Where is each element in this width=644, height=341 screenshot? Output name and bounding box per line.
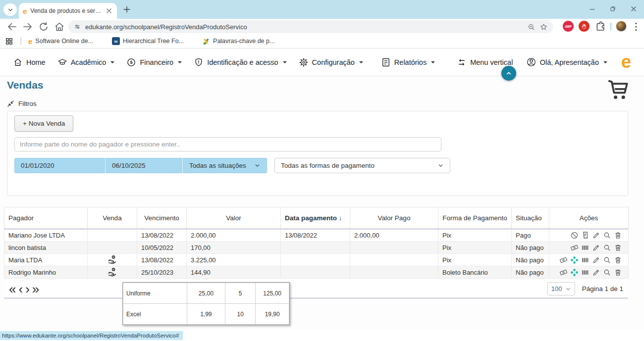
magnifier-icon[interactable] — [603, 244, 611, 252]
bookmark-palavras-chave[interactable]: Palavras-chave de p... — [203, 38, 274, 45]
pix-icon[interactable] — [570, 268, 579, 277]
magnifier-icon[interactable] — [603, 256, 611, 264]
browser-home-icon[interactable] — [54, 21, 65, 33]
bookmark-label: Software Online de... — [35, 38, 93, 45]
delete-icon[interactable] — [614, 244, 622, 252]
filters-toggle[interactable]: Filtros — [7, 100, 37, 107]
bookmark-star-icon[interactable] — [539, 23, 548, 31]
item-price: 25,00 — [187, 283, 225, 304]
header-data-pagamento[interactable]: Data pagamento ↓ — [281, 207, 350, 229]
nav-item-relatorios[interactable]: Relatórios — [381, 57, 435, 67]
barcode-icon[interactable] — [581, 244, 590, 252]
payer-search-input[interactable] — [14, 137, 441, 151]
cell-vencimento: 13/08/2022 — [137, 254, 187, 266]
header-vencimento[interactable]: Vencimento — [137, 207, 187, 229]
next-page-button[interactable]: › — [25, 284, 30, 294]
nav-item-identificacao[interactable]: Identificação e acesso — [194, 57, 286, 67]
ban-icon[interactable] — [570, 231, 579, 240]
google-ads-favicon — [203, 38, 210, 45]
situation-select[interactable]: Todas as situações — [183, 158, 267, 173]
header-forma-pagamento[interactable]: Forma de Pagamento — [438, 207, 512, 229]
delete-icon[interactable] — [614, 256, 622, 264]
edit-icon[interactable] — [592, 256, 600, 264]
edit-icon[interactable] — [592, 268, 600, 277]
gear-icon — [299, 57, 309, 67]
header-situacao[interactable]: Situação — [512, 207, 549, 229]
page-size-select[interactable]: 100 — [547, 282, 575, 295]
banknote-icon[interactable] — [559, 256, 568, 264]
maximize-button[interactable] — [602, 0, 623, 18]
header-valor-pago[interactable]: Valor Pago — [350, 207, 438, 229]
scroll-top-button[interactable] — [501, 66, 516, 81]
nav-item-home[interactable]: Home — [13, 57, 46, 67]
bookmark-label: Palavras-chave de p... — [213, 38, 274, 45]
edukante-favicon: e — [28, 38, 32, 45]
previous-page-button[interactable]: ‹ — [18, 284, 23, 294]
browser-menu-icon[interactable] — [630, 21, 642, 33]
shopping-cart-icon[interactable] — [605, 77, 630, 102]
minimize-button[interactable] — [582, 0, 602, 18]
forward-icon[interactable] — [22, 21, 34, 33]
barcode-icon[interactable] — [581, 256, 590, 264]
chevron-down-icon — [431, 61, 435, 63]
last-page-button[interactable]: » — [32, 284, 39, 294]
nav-item-menu-vertical[interactable]: Menu vertical — [457, 57, 513, 67]
cell-forma-pagamento: Pix — [438, 254, 512, 266]
cell-forma-pagamento: Pix — [438, 229, 512, 242]
tab-close-icon[interactable] — [105, 7, 113, 15]
tab-search-button[interactable] — [3, 3, 17, 16]
cell-valor-pago — [350, 242, 438, 254]
zoom-icon[interactable] — [527, 23, 536, 31]
chevron-up-icon — [505, 69, 513, 77]
receipt-icon[interactable] — [581, 231, 590, 240]
browser-tab[interactable]: e Venda de produtos e serviços — [19, 3, 117, 19]
new-sale-button[interactable]: + Nova Venda — [14, 115, 73, 132]
apps-grid-icon[interactable] — [5, 37, 13, 46]
adblock-plus-extension-icon[interactable]: ABP — [563, 21, 574, 32]
nav-item-academico[interactable]: Acadêmico — [57, 57, 115, 67]
extensions-puzzle-icon[interactable] — [594, 21, 606, 33]
header-pagador[interactable]: Pagador — [4, 207, 88, 229]
chevron-down-icon — [437, 162, 444, 169]
cell-pagador: lincon batista — [4, 242, 88, 254]
header-valor[interactable]: Valor — [187, 207, 281, 229]
url-text: edukante.org/schoolpanel/RegistroVendaPr… — [85, 23, 523, 31]
header-venda[interactable]: Venda — [88, 207, 137, 229]
user-menu[interactable]: Olá, Apresentação — [526, 57, 607, 67]
magnifier-icon[interactable] — [603, 231, 611, 240]
nav-item-financeiro[interactable]: Financeiro — [126, 57, 182, 67]
cell-valor-pago — [350, 266, 438, 279]
pix-icon[interactable] — [570, 256, 579, 264]
hand-coin-icon[interactable] — [107, 255, 117, 265]
cell-data-pagamento — [281, 242, 350, 254]
payment-method-select[interactable]: Todas as formas de pagamento — [274, 158, 450, 173]
barcode-icon[interactable] — [581, 268, 590, 277]
reload-icon[interactable] — [38, 21, 50, 33]
banknote-icon[interactable] — [559, 268, 568, 277]
banknote-icon[interactable] — [570, 244, 579, 252]
new-tab-button[interactable] — [122, 4, 132, 14]
nav-label: Configuração — [312, 58, 355, 66]
address-bar[interactable]: edukante.org/schoolpanel/RegistroVendaPr… — [68, 20, 553, 33]
site-settings-icon[interactable] — [73, 23, 81, 31]
edit-icon[interactable] — [592, 244, 600, 252]
blocker-extension-icon[interactable] — [579, 21, 590, 32]
bookmark-hierarchical-tree[interactable]: ∞ Hierarchical Tree Fo... — [112, 37, 184, 45]
table-row: Maria LTDA13/08/20223.225,00PixNão pago — [4, 254, 629, 266]
magnifier-icon[interactable] — [603, 268, 611, 277]
delete-icon[interactable] — [614, 231, 622, 240]
back-icon[interactable] — [6, 21, 18, 33]
bookmark-software-online[interactable]: e Software Online de... — [28, 38, 93, 45]
cell-data-pagamento — [281, 254, 350, 266]
close-window-button[interactable] — [623, 0, 644, 18]
edit-icon[interactable] — [592, 231, 600, 240]
end-date-input[interactable] — [106, 158, 182, 173]
bookmarks-bar: e Software Online de... ∞ Hierarchical T… — [0, 34, 644, 49]
first-page-button[interactable]: « — [9, 284, 16, 294]
delete-icon[interactable] — [614, 268, 622, 277]
hand-coin-icon[interactable] — [107, 267, 117, 277]
profile-avatar[interactable] — [616, 21, 627, 32]
item-total: 125,00 — [256, 283, 289, 304]
start-date-input[interactable] — [14, 158, 105, 173]
nav-item-configuracao[interactable]: Configuração — [299, 57, 363, 67]
